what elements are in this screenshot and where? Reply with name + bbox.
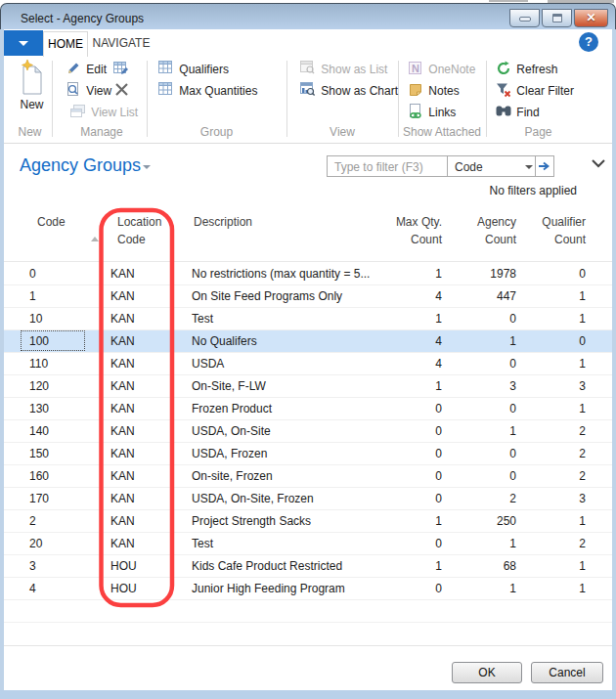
ok-button[interactable]: OK [452,662,522,683]
tab-home[interactable]: HOME [43,31,88,57]
table-row[interactable]: 2KANProject Strength Sacks12501 [4,510,612,533]
notes-button[interactable]: Notes [408,82,460,100]
filter-column-select[interactable]: Code [455,160,483,174]
cell-max: 0 [435,424,442,438]
cell-agency: 1978 [490,267,516,281]
pencil-icon [66,61,81,76]
close-icon: ✕ [575,11,607,24]
column-header-qualifier-count[interactable]: QualifierCount [542,213,586,248]
table-row[interactable]: 4HOUJunior High Feeding Program011 [4,578,612,600]
table-row[interactable]: 3HOUKids Cafe Product Restricted1681 [4,555,612,578]
filter-go-button[interactable] [536,156,553,176]
table-row[interactable]: 150KANUSDA, Frozen002 [4,443,612,465]
column-header-location-code[interactable]: LocationCode [117,213,161,248]
find-button[interactable]: Find [496,104,540,121]
cell-loc: KAN [110,469,135,483]
table-row[interactable]: 20KANTest012 [4,533,612,555]
links-button-label: Links [428,106,456,119]
go-arrow-icon [538,161,551,171]
onenote-button[interactable]: N OneNote [408,61,475,78]
table-row[interactable]: 110KANUSDA401 [4,353,612,375]
cell-agency: 68 [504,559,516,573]
page-content: Agency Groups Type to filter (F3) Code N… [4,145,612,690]
table-icon [158,61,174,76]
view-list-button[interactable]: View List [70,104,138,121]
column-header-max-qty-count[interactable]: Max Qty.Count [396,213,442,248]
application-menu-button[interactable] [4,30,43,56]
cell-code: 20 [29,537,42,550]
clear-filter-button-label: Clear Filter [516,84,574,98]
ribbon-group-group: Group [147,125,286,139]
cell-max: 1 [435,514,442,528]
window: Select - Agency Groups ✕ HOME NAVIGATE ?… [0,0,616,699]
minimize-button[interactable] [509,9,540,27]
ribbon: New New Edit [4,57,612,144]
cell-max: 4 [435,357,442,371]
expand-filter-chevron-icon[interactable] [591,158,606,168]
table-row[interactable]: 1KANOn Site Feed Programs Only44471 [4,285,612,308]
page-title[interactable]: Agency Groups [20,155,141,176]
cell-qual: 2 [579,447,586,460]
cell-agency: 2 [509,492,516,505]
filter-column-caret-icon[interactable] [525,165,533,169]
qualifiers-button[interactable]: Qualifiers [158,61,229,78]
maximize-button[interactable] [542,9,572,27]
view-button[interactable]: View [66,82,111,100]
cell-agency: 447 [497,289,516,303]
max-quantities-button[interactable]: Max Quantities [158,82,257,100]
cell-max: 1 [435,559,442,573]
help-button[interactable]: ? [579,32,598,52]
row-divider [4,622,612,623]
cell-max: 0 [435,537,442,550]
qualifiers-button-label: Qualifiers [179,63,229,76]
cell-loc: KAN [110,424,135,438]
tab-navigate[interactable]: NAVIGATE [91,31,152,57]
page-title-caret-icon[interactable] [143,165,151,169]
table-row[interactable]: 130KANFrozen Product001 [4,398,612,420]
column-header-agency-count[interactable]: AgencyCount [477,213,516,248]
background-window-edge [489,0,528,2]
edit-list-button[interactable] [113,61,131,78]
table-row[interactable]: 120KANOn-Site, F-LW133 [4,375,612,398]
cell-loc: KAN [110,537,135,550]
cell-qual: 1 [579,289,586,303]
cell-qual: 3 [579,379,586,393]
column-header-description[interactable]: Description [194,213,252,231]
cell-desc: On Site Feed Programs Only [192,289,342,303]
table-row[interactable]: 100KANNo Qualifers410 [4,330,612,353]
cell-loc: KAN [110,379,135,393]
table-row[interactable]: 170KANUSDA, On-Site, Frozen023 [4,488,612,510]
filter-input[interactable]: Type to filter (F3) [334,160,423,174]
refresh-button[interactable]: Refresh [496,61,557,78]
table-row[interactable]: 160KANOn-site, Frozen002 [4,465,612,488]
cell-code: 2 [29,514,36,528]
cell-desc: USDA, On-Site [192,424,271,438]
column-header-code[interactable]: Code [37,213,66,231]
show-as-chart-button[interactable]: Show as Chart [300,82,398,100]
cell-desc: Frozen Product [192,402,272,415]
cell-max: 4 [435,334,442,348]
delete-button[interactable] [114,82,132,100]
show-as-list-button[interactable]: Show as List [300,61,387,78]
edit-button[interactable]: Edit [66,61,107,78]
table-row[interactable]: 140KANUSDA, On-Site012 [4,420,612,443]
notes-button-label: Notes [428,84,459,98]
links-button[interactable]: Links [408,104,456,121]
filter-separator [447,156,448,176]
cell-loc: KAN [110,334,135,348]
table-row[interactable]: 0KANNo restrictions (max quantity = 5...… [4,263,612,285]
close-button[interactable]: ✕ [574,9,608,27]
show-as-list-icon [300,61,316,76]
table-row[interactable]: 10KANTest101 [4,308,612,330]
cell-loc: KAN [110,267,135,281]
ribbon-group-new: New [8,125,52,139]
cell-desc: Project Strength Sacks [192,514,311,528]
find-binoculars-icon [496,104,511,119]
cell-loc: HOU [110,559,137,573]
cell-loc: KAN [110,514,135,528]
cell-loc: KAN [110,447,135,460]
new-button[interactable]: New [8,59,56,119]
clear-filter-button[interactable]: Clear Filter [496,82,574,100]
cell-loc: KAN [110,312,135,326]
cancel-button[interactable]: Cancel [531,662,603,683]
